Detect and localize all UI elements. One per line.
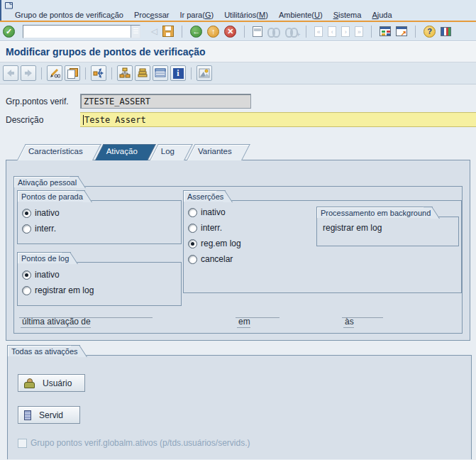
user-button[interactable]: Usuário (18, 374, 85, 392)
page-title: Modificar grupos de pontos de verificaçã… (6, 46, 206, 58)
checkpoint-group-label: Grp.pontos verif. (6, 97, 69, 106)
toolbar-separator (111, 67, 112, 80)
hierarchy-icon[interactable] (117, 65, 133, 81)
application-toolbar: i (0, 62, 476, 84)
menu-bar: Grupo de pontos de verificação Processar… (0, 9, 476, 21)
previous-object-icon (3, 65, 18, 81)
information-icon[interactable]: i (170, 65, 186, 81)
window-top-strip (0, 0, 476, 9)
find-icon (267, 27, 280, 36)
menu-system[interactable]: Sistema (333, 11, 362, 19)
find-next-icon: + (285, 27, 298, 36)
user-icon (24, 378, 35, 388)
global-activation-checkbox-label: Grupo pontos verif.globalm.ativos (p/tds… (31, 438, 250, 448)
server-button[interactable]: Servid (18, 406, 80, 424)
tab-variantes[interactable]: Variantes (187, 144, 242, 160)
description-input[interactable]: Teste Assert (80, 112, 476, 127)
toolbar-separator (371, 26, 372, 38)
tab-log[interactable]: Log (150, 144, 184, 160)
radio-selected-icon (188, 239, 197, 248)
background-processing-group: Processamento em background registrar em… (316, 217, 459, 246)
all-activations-group: Todas as ativações Usuário Servid Grupo … (7, 355, 472, 459)
personal-activation-title: Ativação pessoal (13, 176, 79, 187)
help-icon[interactable]: ? (424, 26, 436, 38)
sort-icon[interactable] (135, 65, 150, 81)
assertions-group: Asserções inativo interr. reg.em log can… (183, 200, 462, 293)
first-page-icon: « (314, 26, 323, 37)
radio-selected-icon (22, 270, 31, 280)
previous-page-icon: ‹ (328, 26, 336, 37)
print-icon[interactable] (253, 26, 262, 37)
display-change-icon[interactable] (47, 65, 62, 81)
logpoints-inactive-radio[interactable]: inativo (22, 269, 60, 280)
tab-caracteristicas[interactable]: Características (17, 144, 93, 160)
description-label: Descrição (6, 115, 43, 125)
tab-strip: Características Ativação Log Variantes (0, 139, 476, 160)
server-icon (24, 410, 31, 420)
detail-list-icon[interactable] (153, 65, 168, 81)
collapse-toolbar-icon[interactable]: ◁ (151, 26, 157, 36)
transport-icon[interactable] (91, 65, 106, 81)
text-caret (83, 115, 84, 125)
menu-goto[interactable]: Ir para(G) (179, 11, 214, 19)
radio-icon (22, 286, 31, 295)
command-dropdown-icon[interactable] (131, 26, 140, 38)
activation-tab-panel: Ativação pessoal Pontos de parada inativ… (6, 160, 470, 341)
toolbar-separator (306, 26, 306, 38)
menu-help[interactable]: Ajuda (372, 11, 392, 19)
enter-icon[interactable]: ✓ (3, 26, 15, 38)
cancel-icon[interactable]: ✕ (224, 26, 236, 38)
save-icon[interactable] (162, 26, 174, 37)
new-session-icon[interactable] (380, 26, 391, 36)
radio-icon (22, 224, 31, 234)
toolbar-separator (415, 26, 416, 38)
breakpoints-break-radio[interactable]: interr. (22, 223, 56, 234)
last-activation-row: última ativação de em às (14, 317, 462, 329)
next-page-icon: › (341, 26, 350, 37)
command-input[interactable] (23, 25, 140, 38)
menu-environment[interactable]: Ambiente(U) (279, 11, 323, 19)
breakpoints-title: Pontos de parada (17, 190, 85, 202)
toolbar-separator (191, 67, 192, 80)
background-processing-value: registrar em log (323, 223, 382, 233)
assertions-cancel-radio[interactable]: cancelar (188, 253, 233, 265)
command-field[interactable] (23, 25, 140, 38)
sap-gui-window: Grupo de pontos de verificação Processar… (0, 0, 476, 460)
next-object-icon (21, 65, 36, 81)
copy-icon[interactable] (65, 65, 80, 81)
breakpoints-group: Pontos de parada inativo interr. (17, 200, 182, 244)
tab-ativacao[interactable]: Ativação (95, 144, 148, 160)
logpoints-log-radio[interactable]: registrar em log (22, 285, 94, 296)
standard-toolbar: ✓ ◁ ← ↑ ✕ + « ‹ › » ↗ ? (0, 22, 476, 41)
toolbar-separator (41, 67, 42, 80)
assertions-log-radio[interactable]: reg.em log (188, 238, 241, 249)
breakpoints-inactive-radio[interactable]: inativo (22, 207, 60, 219)
customize-layout-icon[interactable] (441, 27, 451, 36)
exit-icon[interactable]: ↑ (207, 26, 219, 38)
checkpoint-group-field: ZTESTE_ASSERT (80, 94, 251, 109)
logpoints-title: Pontos de log (17, 252, 71, 263)
menu-utilities[interactable]: Utilitários(M) (224, 11, 268, 19)
back-icon[interactable]: ← (190, 26, 202, 38)
menu-edit[interactable]: Processar (134, 11, 170, 19)
all-activations-title: Todas as ativações (7, 345, 80, 356)
radio-icon (188, 208, 197, 217)
graphic-icon[interactable] (197, 65, 212, 81)
checkbox-icon (18, 439, 27, 448)
last-activation-on: em (236, 317, 279, 318)
menu-checkpoint-group[interactable]: Grupo de pontos de verificação (15, 11, 123, 19)
create-shortcut-icon[interactable]: ↗ (396, 26, 407, 36)
assertions-inactive-radio[interactable]: inativo (188, 207, 226, 218)
toolbar-separator (182, 26, 182, 38)
last-page-icon: » (355, 26, 363, 37)
last-activation-at: às (342, 317, 383, 318)
global-activation-checkbox-row: Grupo pontos verif.globalm.ativos (p/tds… (18, 438, 250, 448)
toolbar-separator (244, 26, 245, 38)
assertions-title: Asserções (183, 190, 226, 202)
header-form: Grp.pontos verif. ZTESTE_ASSERT Descriçã… (0, 84, 476, 139)
assertions-break-radio[interactable]: interr. (188, 222, 222, 234)
system-menu-icon[interactable] (4, 1, 13, 9)
radio-selected-icon (22, 209, 31, 218)
toolbar-separator (85, 67, 86, 80)
personal-activation-group: Ativação pessoal Pontos de parada inativ… (13, 186, 463, 334)
